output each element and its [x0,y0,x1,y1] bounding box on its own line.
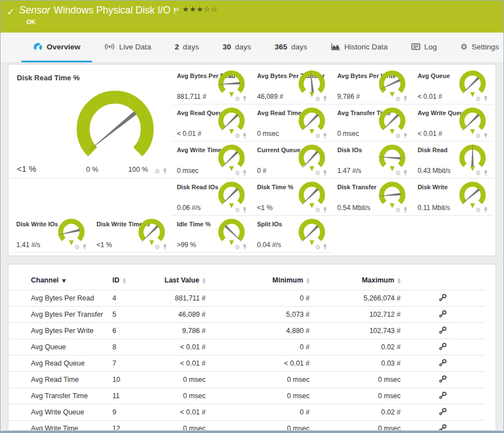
gauge-settings-gear-icon[interactable]: ⚙ [315,133,320,139]
gauge-settings-gear-icon[interactable]: ⚙ [395,207,401,213]
table-row-avg-write-queue[interactable]: Avg Write Queue9< 0.01 #0 #0.02 # [8,404,496,421]
gauge-disk-write-ios[interactable]: Disk Write IOs 1.41 #/s⚙ [11,216,92,253]
gauge-pin-icon[interactable] [323,207,328,213]
gauge-avg-transfer-time[interactable]: Avg Transfer Time 0 msec⚙ [332,104,412,142]
table-row-avg-bytes-per-write[interactable]: Avg Bytes Per Write69,786 #4,880 #102,74… [8,323,496,339]
gauge-settings-gear-icon[interactable]: ⚙ [235,133,240,139]
gauge-settings-gear-icon[interactable]: ⚙ [395,133,401,139]
gauge-pin-icon[interactable] [162,244,167,250]
gauge-pin-icon[interactable] [403,170,408,176]
edit-channel-wrench-icon[interactable] [439,294,447,303]
gauge-disk-read-ios[interactable]: Disk Read IOs 0.06 #/s⚙ [172,179,252,216]
gauge-pin-icon[interactable] [82,244,87,250]
edit-channel-wrench-icon[interactable] [439,326,447,336]
edit-channel-wrench-icon[interactable] [439,310,447,320]
gauge-avg-bytes-per-write[interactable]: Avg Bytes Per Write 9,786 #⚙ [332,67,412,104]
gauge-avg-read-queue[interactable]: Avg Read Queue < 0.01 #⚙ [172,104,252,142]
gauge-settings-gear-icon[interactable]: ⚙ [235,96,240,102]
gauge-settings-gear-icon[interactable]: ⚙ [475,96,481,102]
gauge-pin-icon[interactable] [242,244,247,250]
gauge-pin-icon[interactable] [483,95,488,102]
gauge-pin-icon[interactable] [483,133,488,139]
gauge-avg-bytes-per-read[interactable]: Avg Bytes Per Read 881,711 #⚙ [172,67,252,104]
edit-channel-wrench-icon[interactable] [439,391,447,401]
gauge-disk-read[interactable]: Disk Read 0.43 Mbit/s⚙ [412,142,493,179]
gauge-pin-icon[interactable] [483,170,488,176]
gauge-pin-icon[interactable] [403,133,408,139]
priority-flag-icon[interactable] [174,6,179,17]
table-row-avg-bytes-per-transfer[interactable]: Avg Bytes Per Transfer546,089 #5,073 #10… [8,307,496,323]
gauge-split-ios[interactable]: Split IOs 0.04 #/s⚙ [252,216,332,253]
gauge-avg-bytes-per-transfer[interactable]: Avg Bytes Per Transfer 46,089 #⚙ [252,67,332,104]
gauge-settings-gear-icon[interactable]: ⚙ [475,133,481,139]
table-row-avg-queue[interactable]: Avg Queue8< 0.01 #0 #0.02 # [8,339,496,355]
tab-log[interactable]: Log [399,33,449,62]
gauge-current-queue[interactable]: Current Queue 0 #⚙ [252,142,332,179]
edit-channel-wrench-icon[interactable] [439,343,447,352]
gauge-disk-time[interactable]: Disk Time % <1 %⚙ [252,179,332,216]
gauge-pin-icon[interactable] [323,133,328,139]
gauge-settings-gear-icon[interactable]: ⚙ [235,170,240,176]
gauge-settings-gear-icon[interactable]: ⚙ [475,170,481,176]
gauge-settings-gear-icon[interactable]: ⚙ [155,244,160,250]
col-header-channel[interactable]: Channel▼ [8,271,112,290]
col-header-actions [401,271,485,290]
col-header-minimum[interactable]: Minimum▲▼ [206,271,310,290]
gauge-settings-gear-icon[interactable]: ⚙ [395,170,401,176]
gauge-pin-icon[interactable] [162,168,167,175]
gauge-settings-gear-icon[interactable]: ⚙ [315,244,320,250]
gauge-disk-write[interactable]: Disk Write 0.11 Mbit/s⚙ [412,179,493,216]
gauge-settings-gear-icon[interactable]: ⚙ [235,244,240,250]
gauge-bottom-marker [229,129,234,134]
tab-settings[interactable]: ⚙Settings [449,33,504,62]
gauge-disk-write-time[interactable]: Disk Write Time % <1 %⚙ [92,216,172,253]
table-row-avg-write-time[interactable]: Avg Write Time120 msec0 msec0 msec [8,421,496,431]
tab-label: Settings [471,43,499,51]
gauge-disk-ios[interactable]: Disk IOs 1.47 #/s⚙ [332,142,412,179]
gauge-settings-gear-icon[interactable]: ⚙ [395,96,401,102]
table-row-avg-transfer-time[interactable]: Avg Transfer Time110 msec0 msec0 msec [8,388,496,404]
table-row-avg-bytes-per-read[interactable]: Avg Bytes Per Read4881,711 #0 #5,266,074… [8,290,496,307]
gauge-disk-read-time[interactable]: Disk Read Time % 0 % 100 % <1 % ⚙ [11,67,172,179]
gauge-pin-icon[interactable] [323,95,328,102]
gauge-avg-write-queue[interactable]: Avg Write Queue < 0.01 #⚙ [412,104,493,142]
gauge-avg-write-time[interactable]: Avg Write Time 0 msec⚙ [172,142,252,179]
gauge-avg-read-time[interactable]: Avg Read Time 0 msec⚙ [252,104,332,142]
tab-historic-data[interactable]: Historic Data [319,33,399,62]
gauge-idle-time[interactable]: Idle Time % >99 %⚙ [172,216,252,253]
gauge-pin-icon[interactable] [323,244,328,250]
edit-channel-wrench-icon[interactable] [439,359,447,368]
gauge-settings-gear-icon[interactable]: ⚙ [315,207,320,213]
gauge-settings-gear-icon[interactable]: ⚙ [315,170,320,176]
gauge-settings-gear-icon[interactable]: ⚙ [315,96,320,102]
gauge-bottom-marker [310,129,314,134]
col-header-id[interactable]: ID▲▼ [112,271,162,290]
gauge-pin-icon[interactable] [242,207,247,213]
gauge-pin-icon[interactable] [242,133,247,139]
edit-channel-wrench-icon[interactable] [439,408,447,417]
priority-stars[interactable]: ★★★☆☆ [183,5,218,13]
tab-30-days[interactable]: 30days [211,33,263,62]
gauge-settings-gear-icon[interactable]: ⚙ [155,168,160,175]
gauge-settings-gear-icon[interactable]: ⚙ [475,207,481,213]
gauge-avg-queue[interactable]: Avg Queue < 0.01 #⚙ [412,67,493,104]
tab-365-days[interactable]: 365days [263,33,319,62]
gauge-pin-icon[interactable] [242,95,247,102]
table-row-avg-read-time[interactable]: Avg Read Time100 msec0 msec0 msec [8,372,496,388]
gauge-pin-icon[interactable] [403,207,408,213]
tab-2-days[interactable]: 2days [163,33,211,62]
tab-overview[interactable]: Overview [21,33,92,62]
edit-channel-wrench-icon[interactable] [439,375,447,385]
table-row-avg-read-queue[interactable]: Avg Read Queue7< 0.01 #< 0.01 #0.03 # [8,355,496,372]
gauge-disk-transfer[interactable]: Disk Transfer 0.54 Mbit/s⚙ [332,179,412,216]
gauge-pin-icon[interactable] [403,95,408,102]
col-header-last-value[interactable]: Last Value▲▼ [162,271,206,290]
gauge-settings-gear-icon[interactable]: ⚙ [235,207,240,213]
gauge-pin-icon[interactable] [242,170,247,176]
edit-channel-wrench-icon[interactable] [439,424,447,431]
gauge-pin-icon[interactable] [323,170,328,176]
col-header-maximum[interactable]: Maximum▲▼ [310,271,401,290]
tab-live-data[interactable]: Live Data [92,33,163,62]
gauge-settings-gear-icon[interactable]: ⚙ [74,244,80,250]
gauge-pin-icon[interactable] [483,207,488,213]
